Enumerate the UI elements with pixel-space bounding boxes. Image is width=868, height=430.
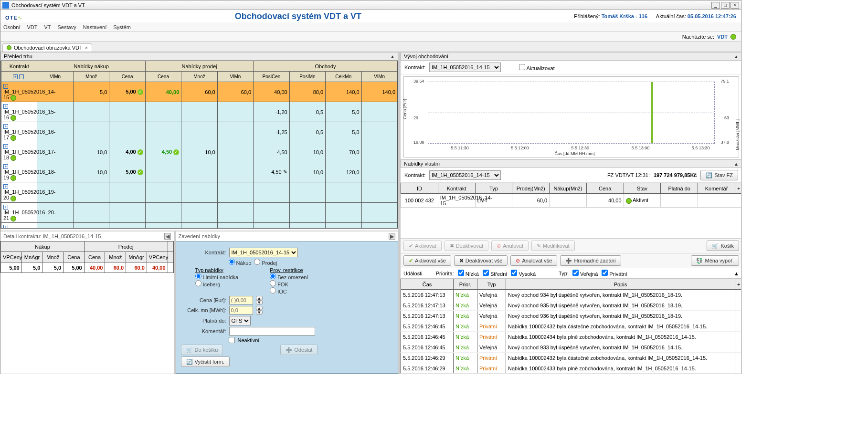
btn-anulovat[interactable]: ⊘ Anulovat [491,241,529,251]
tab-trading-screen[interactable]: Obchodovací obrazovka VDT × [2,43,92,52]
collapse-right-icon[interactable]: ▶ [389,233,395,240]
location-value: VDT [717,34,728,40]
event-row[interactable]: 5.5.2016 12:47:13NízkáVeřejnáNový obchod… [401,311,741,321]
market-row[interactable]: +IM_1H_05052016_14-15 5,05,00 ✓40,00 60,… [1,82,398,102]
xtick: 5.5 12:30 [572,146,590,150]
market-row[interactable]: +IM_1H_05052016_21-22 [1,222,398,229]
menu-vt[interactable]: VT [44,24,51,30]
col-cena2: Cena [145,72,181,82]
d-mnoz2: Množ [105,252,126,262]
input-mn[interactable] [229,306,253,315]
spin-down-icon[interactable]: ▾ [256,310,263,315]
event-row[interactable]: 5.5.2016 12:46:45NízkáPrivátníNabídka 10… [401,332,741,342]
menu-osobni[interactable]: Osobní [3,24,20,30]
col-celkmn: CelkMn [326,72,361,82]
btn-deaktivovat[interactable]: ✖ Deaktivovat [445,241,488,251]
expand-all-icon[interactable]: + [13,74,18,79]
col-mnoz: Množ [73,72,109,82]
y2tick: 37.8 [720,140,729,145]
event-row[interactable]: 5.5.2016 12:46:29NízkáPrivátníNabídka 10… [401,363,741,374]
chk-nizka[interactable] [458,270,464,276]
y2-axis-label: Množství [MWh] [735,119,740,150]
market-row[interactable]: +IM_1H_05052016_18-19 10,05,00 ✓4,50 ✎10… [1,162,398,182]
select-platna[interactable]: GFS [229,316,251,325]
input-cena[interactable] [229,296,253,304]
chk-verejna[interactable] [572,270,579,276]
chk-stredni[interactable] [483,270,489,276]
chk-neaktivni[interactable] [229,337,235,343]
event-row[interactable]: 5.5.2016 12:47:13NízkáVeřejnáNový obchod… [401,300,741,311]
btn-do-kosiku[interactable]: 🛒 Do košíku [181,345,223,355]
collapse-icon[interactable]: ▲ [390,54,395,59]
own-stav: Aktivní [633,197,648,203]
collapse-left-icon[interactable]: ◀ [164,233,171,240]
menu-sestavy[interactable]: Sestavy [58,24,76,30]
lbl-nizka: Nízká [466,271,479,277]
spin-down-icon[interactable]: ▾ [256,300,263,304]
chk-privatni[interactable] [602,270,608,276]
btn-stav-fz[interactable]: 🔄 Stav FZ [700,170,738,180]
market-row[interactable]: +IM_1H_05052016_17-18 10,04,00 ✓4,50 ✓10… [1,142,398,162]
xtick: 5.5 13:30 [692,146,710,150]
own-col-kontrakt: Kontrakt [438,183,475,194]
btn-anulovat-vse[interactable]: ⊘ Anulovat vše [510,255,557,266]
radio-nakup[interactable] [229,259,235,265]
market-row[interactable]: +IM_1H_05052016_15-16 -1,200,55,0 [1,102,398,122]
market-row[interactable]: +IM_1H_05052016_20-21 [1,202,398,222]
btn-deaktivovat-vse[interactable]: ✖ Deaktivovat vše [454,255,508,266]
own-col-id: ID [401,183,438,194]
radio-iceberg[interactable] [195,280,201,286]
radio-prodej[interactable] [254,259,260,265]
menu-nastaveni[interactable]: Nastavení [83,24,107,30]
detail-sell-header: Prodej [84,241,168,252]
market-row[interactable]: +IM_1H_05052016_16-17 -1,250,55,0 [1,122,398,142]
collapse-icon[interactable]: ▲ [734,161,739,167]
btn-aktivovat-vse[interactable]: ✔ Aktivovat vše [403,255,451,266]
event-row[interactable]: 5.5.2016 12:46:45NízkáPrivátníNabídka 10… [401,321,741,332]
event-row[interactable]: 5.5.2016 12:46:45NízkáVeřejnáNový obchod… [401,342,741,353]
d-mnoz: Množ [42,252,64,262]
lbl-bez: Bez omezení [277,274,308,280]
select-chart-kontrakt[interactable]: IM_1H_05052016_14-15 [429,63,501,72]
event-row[interactable]: 5.5.2016 12:46:29NízkáPrivátníNabídka 10… [401,353,741,363]
menu-system[interactable]: Systém [113,24,131,30]
lbl-typ: Typ nabídky [195,267,223,273]
own-col-prodej: Prodej(Mnž) [512,183,550,194]
radio-ioc[interactable] [270,287,276,294]
close-icon[interactable]: × [85,45,88,51]
collapse-icon[interactable]: ▲ [734,54,739,59]
menu-vdt[interactable]: VDT [27,24,37,30]
tab-status-icon [7,45,11,50]
btn-mena[interactable]: 💱 Měna vypoř. [691,255,739,266]
own-nakup [550,194,587,208]
btn-odeslat[interactable]: ➕ Odeslat [280,345,318,355]
market-row[interactable]: +IM_1H_05052016_19-20 [1,182,398,202]
btn-modifikovat[interactable]: ✎ Modifikovat [531,241,575,251]
radio-fok[interactable] [270,280,276,286]
maximize-button[interactable]: □ [721,2,730,9]
collapse-all-icon[interactable]: − [19,74,24,79]
x-axis-label: Čas [dd.MM HH:mm] [554,151,594,156]
panel-events: Události [403,271,423,276]
form-kontrakt-select[interactable]: IM_1H_05052016_14-15 [229,248,298,257]
chk-vysoka[interactable] [511,270,517,276]
btn-hromadne[interactable]: ➕ Hromadné zadání [560,255,621,266]
btn-aktivovat[interactable]: ✔ Aktivovat [403,241,442,251]
btn-kosik[interactable]: 🛒 Košík [707,241,739,251]
form-panel-title: Zavedení nabídky [179,233,220,239]
minimize-button[interactable]: _ [711,2,720,9]
radio-limit[interactable] [195,273,201,279]
select-own-kontrakt[interactable]: IM_1H_05052016_14-15 [429,170,501,180]
ytick: 18.88 [413,140,424,145]
ev-col-typ: Typ [477,279,506,290]
collapse-icon[interactable]: ▲ [734,271,739,276]
own-offer-row[interactable]: 100 002 432 IM_1H_05052016_14-15 LMT 60,… [401,194,741,208]
ev-col-popis: Popis [506,279,735,290]
close-button[interactable]: × [730,2,739,9]
input-komentar[interactable] [229,327,315,336]
col-poslmn: PoslMn [289,72,325,82]
radio-bez[interactable] [270,273,276,279]
event-row[interactable]: 5.5.2016 12:47:13NízkáVeřejnáNový obchod… [401,290,741,300]
btn-vycistit[interactable]: 🔄 Vyčistit form. [181,357,230,367]
chk-aktualizovat[interactable] [519,64,525,70]
